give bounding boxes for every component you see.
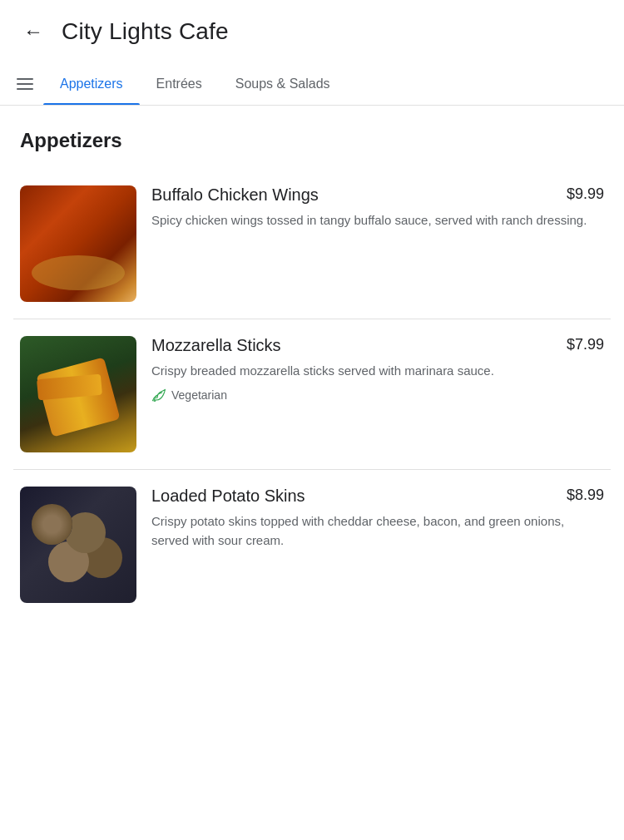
item-image-buffalo-wings bbox=[20, 185, 136, 302]
item-price-mozzarella-sticks: $7.99 bbox=[567, 336, 604, 353]
item-image-potato-skins bbox=[20, 487, 136, 603]
menu-line-1 bbox=[17, 78, 33, 80]
item-header-mozzarella-sticks: Mozzarella Sticks $7.99 bbox=[151, 336, 604, 355]
tab-bar: Appetizers Entrées Soups & Salads bbox=[0, 63, 624, 106]
item-content-mozzarella-sticks: Mozzarella Sticks $7.99 Crispy breaded m… bbox=[151, 336, 604, 403]
item-name-mozzarella-sticks: Mozzarella Sticks bbox=[151, 336, 560, 355]
menu-list: Buffalo Chicken Wings $9.99 Spicy chicke… bbox=[0, 169, 624, 620]
item-desc-mozzarella-sticks: Crispy breaded mozzarella sticks served … bbox=[151, 362, 604, 381]
tab-entrees[interactable]: Entrées bbox=[140, 63, 219, 105]
item-content-potato-skins: Loaded Potato Skins $8.99 Crispy potato … bbox=[151, 487, 604, 556]
menu-line-2 bbox=[17, 83, 33, 85]
tab-soups-salads[interactable]: Soups & Salads bbox=[219, 63, 347, 105]
item-name-potato-skins: Loaded Potato Skins bbox=[151, 487, 560, 506]
item-name-buffalo-wings: Buffalo Chicken Wings bbox=[151, 185, 560, 205]
back-button[interactable]: ← bbox=[17, 15, 50, 48]
section-title: Appetizers bbox=[0, 106, 624, 169]
header: ← City Lights Cafe bbox=[0, 0, 624, 63]
item-image-mozzarella-sticks bbox=[20, 336, 136, 452]
menu-list-icon-button[interactable] bbox=[13, 65, 43, 103]
item-price-potato-skins: $8.99 bbox=[567, 487, 604, 504]
back-arrow-icon: ← bbox=[23, 20, 43, 43]
restaurant-title: City Lights Cafe bbox=[62, 18, 229, 45]
item-desc-potato-skins: Crispy potato skins topped with cheddar … bbox=[151, 512, 604, 550]
item-content-buffalo-wings: Buffalo Chicken Wings $9.99 Spicy chicke… bbox=[151, 185, 604, 237]
menu-item-mozzarella-sticks[interactable]: Mozzarella Sticks $7.99 Crispy breaded m… bbox=[13, 319, 611, 470]
item-header-buffalo-wings: Buffalo Chicken Wings $9.99 bbox=[151, 185, 604, 205]
item-header-potato-skins: Loaded Potato Skins $8.99 bbox=[151, 487, 604, 506]
leaf-icon bbox=[151, 388, 166, 403]
menu-item-potato-skins[interactable]: Loaded Potato Skins $8.99 Crispy potato … bbox=[13, 470, 611, 620]
menu-line-3 bbox=[17, 88, 33, 90]
vegetarian-badge: Vegetarian bbox=[151, 388, 604, 403]
vegetarian-label: Vegetarian bbox=[171, 388, 227, 402]
item-desc-buffalo-wings: Spicy chicken wings tossed in tangy buff… bbox=[151, 211, 604, 230]
menu-item-buffalo-wings[interactable]: Buffalo Chicken Wings $9.99 Spicy chicke… bbox=[13, 169, 611, 319]
item-price-buffalo-wings: $9.99 bbox=[567, 185, 604, 203]
tab-appetizers[interactable]: Appetizers bbox=[43, 63, 140, 105]
